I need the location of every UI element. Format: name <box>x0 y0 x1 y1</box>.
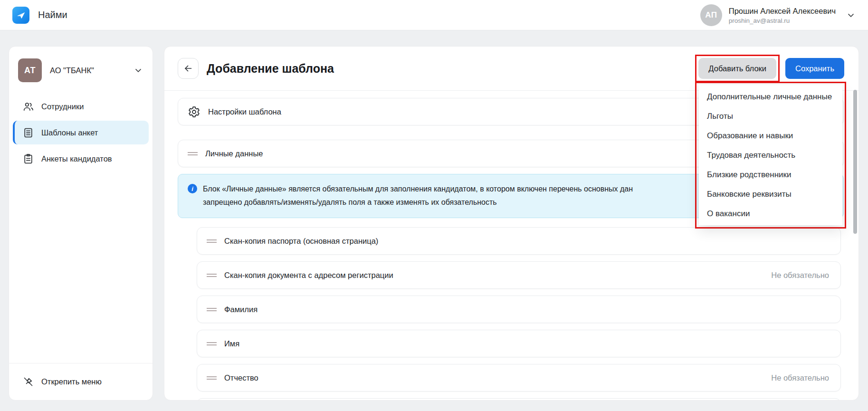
add-blocks-annotation-box: Добавить блоки <box>695 55 780 82</box>
sidebar-spacer <box>9 171 153 363</box>
sidebar-menu: Сотрудники Шаблоны анкет Анкеты кандидат… <box>9 94 153 171</box>
sidebar-item-document[interactable]: Шаблоны анкет <box>13 121 149 144</box>
dropdown-item[interactable]: Трудовая деятельность <box>699 145 842 165</box>
template-settings-label: Настройки шаблона <box>208 107 281 116</box>
dropdown-item[interactable]: Близкие родственники <box>699 165 842 184</box>
dropdown-item[interactable]: Образование и навыки <box>699 126 842 145</box>
dropdown-item[interactable]: О вакансии <box>699 204 842 223</box>
field-row[interactable]: Скан-копия документа с адресом регистрац… <box>197 261 841 289</box>
topbar: Найми АП Прошин Алексей Алексеевич prosh… <box>0 0 868 30</box>
drag-handle-icon[interactable] <box>207 272 217 278</box>
user-avatar: АП <box>700 4 722 26</box>
back-button[interactable] <box>178 58 199 79</box>
sidebar: АТ АО "ТБАНК" Сотрудники Шаблоны анкет А… <box>9 46 153 401</box>
unpin-menu-button[interactable]: Открепить меню <box>9 363 153 400</box>
user-email: proshin_av@astral.ru <box>729 17 836 25</box>
user-menu[interactable]: АП Прошин Алексей Алексеевич proshin_av@… <box>700 4 856 26</box>
dropdown-item[interactable]: Дополнительные личные данные <box>699 87 842 106</box>
save-button[interactable]: Сохранить <box>785 58 844 79</box>
sidebar-item-people[interactable]: Сотрудники <box>13 95 149 118</box>
page-title: Добавление шаблона <box>207 62 334 76</box>
chevron-down-icon <box>134 66 143 75</box>
info-text-line2: запрещено добавлять/изменять/удалять пол… <box>203 196 633 209</box>
user-name: Прошин Алексей Алексеевич <box>729 6 836 17</box>
sidebar-item-label: Сотрудники <box>41 102 84 111</box>
field-label: Скан-копия документа с адресом регистрац… <box>224 271 393 280</box>
dropdown-item[interactable]: Льготы <box>699 106 842 126</box>
org-avatar: АТ <box>18 58 42 82</box>
org-name: АО "ТБАНК" <box>50 66 94 75</box>
sidebar-item-clipboard[interactable]: Анкеты кандидатов <box>13 147 149 171</box>
clipboard-icon <box>22 153 34 165</box>
chevron-down-icon <box>846 10 856 20</box>
add-blocks-dropdown-annotation-box: Дополнительные личные данные Льготы Обра… <box>695 82 846 229</box>
field-row[interactable]: Отчество Не обязательно <box>197 364 841 392</box>
optional-badge: Не обязательно <box>771 373 829 382</box>
field-label: Фамилия <box>224 305 258 314</box>
drag-handle-icon[interactable] <box>188 151 198 157</box>
vertical-scrollbar[interactable] <box>853 90 857 234</box>
field-label: Скан-копия паспорта (основная страница) <box>224 237 378 246</box>
drag-handle-icon[interactable] <box>207 375 217 381</box>
drag-handle-icon[interactable] <box>207 238 217 244</box>
dropdown-item[interactable]: Банковские реквизиты <box>699 184 842 204</box>
field-row[interactable]: Имя <box>197 330 841 357</box>
field-label: Отчество <box>224 373 258 382</box>
info-text-line1: Блок «Личные данные» является обязательн… <box>203 182 633 196</box>
block-row-label: Личные данные <box>205 149 263 158</box>
field-row[interactable]: Фамилия <box>197 296 841 323</box>
info-icon: i <box>188 184 197 193</box>
sidebar-item-label: Анкеты кандидатов <box>41 154 112 163</box>
unpin-label: Открепить меню <box>41 377 102 386</box>
main-panel: Добавление шаблона Добавить блоки Сохран… <box>164 46 859 401</box>
field-row-clipped[interactable] <box>197 398 841 400</box>
add-blocks-dropdown: Дополнительные личные данные Льготы Обра… <box>699 85 842 225</box>
gear-icon <box>188 105 200 118</box>
header-actions: Добавить блоки Сохранить <box>695 55 844 82</box>
add-blocks-button[interactable]: Добавить блоки <box>698 58 776 79</box>
org-switcher[interactable]: АТ АО "ТБАНК" <box>9 47 153 94</box>
drag-handle-icon[interactable] <box>207 341 217 347</box>
field-label: Имя <box>224 339 239 348</box>
app-logo-icon <box>12 7 29 24</box>
drag-handle-icon[interactable] <box>207 306 217 313</box>
app-title: Найми <box>38 10 67 20</box>
people-icon <box>22 101 34 113</box>
sidebar-item-label: Шаблоны анкет <box>41 128 98 137</box>
optional-badge: Не обязательно <box>771 271 829 280</box>
unpin-icon <box>22 376 34 388</box>
fields-list: Скан-копия паспорта (основная страница) … <box>197 227 841 400</box>
document-icon <box>22 127 34 139</box>
page-content: АТ АО "ТБАНК" Сотрудники Шаблоны анкет А… <box>0 30 868 411</box>
field-row[interactable]: Скан-копия паспорта (основная страница) <box>197 227 841 255</box>
